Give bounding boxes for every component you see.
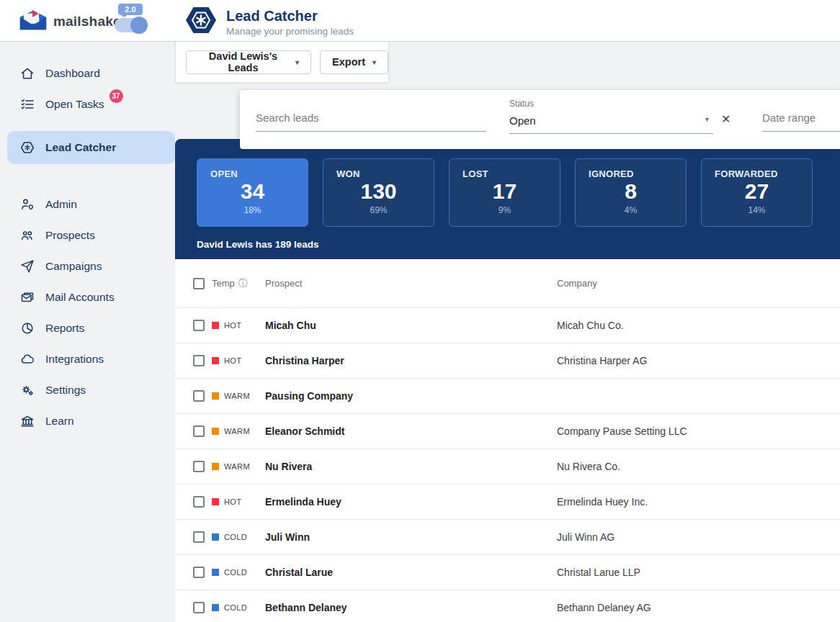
sidebar-active-group: Lead Catcher xyxy=(7,131,175,164)
lead-catcher-icon xyxy=(184,5,218,38)
company-name: Juli Winn AG xyxy=(557,531,840,543)
open-tasks-count-badge: 37 xyxy=(110,89,123,103)
column-header-company: Company xyxy=(557,278,840,289)
stat-cards-row: OPEN 34 18% WON 130 69% LOST 17 9% xyxy=(175,139,840,227)
clear-status-icon[interactable]: ✕ xyxy=(721,112,730,126)
column-header-prospect: Prospect xyxy=(265,278,557,289)
stat-card-label: FORWARDED xyxy=(702,168,812,179)
sidebar-bottom-group: Admin Prospects Campaigns Mail Accounts … xyxy=(0,189,175,436)
stat-card-percent: 9% xyxy=(450,205,560,215)
row-checkbox[interactable] xyxy=(193,602,205,613)
temp-cell: WARM xyxy=(212,392,265,400)
sidebar-item-label: Campaigns xyxy=(45,260,102,273)
row-checkbox[interactable] xyxy=(193,461,205,472)
settings-icon xyxy=(20,383,35,397)
temp-label: COLD xyxy=(224,533,247,541)
chevron-down-icon: ▾ xyxy=(295,58,299,66)
leads-summary-text: David Lewis has 189 leads xyxy=(197,239,840,250)
company-name: Ermelinda Huey Inc. xyxy=(557,496,840,508)
export-button[interactable]: Export ▾ xyxy=(320,50,388,74)
stat-card-percent: 14% xyxy=(702,205,812,215)
prospect-name: Juli Winn xyxy=(265,531,557,543)
row-checkbox[interactable] xyxy=(193,320,205,331)
prospect-name: Bethann Delaney xyxy=(265,602,557,613)
company-name: Nu Rivera Co. xyxy=(557,461,840,472)
select-all-checkbox[interactable] xyxy=(193,278,205,289)
sidebar-item-lead-catcher[interactable]: Lead Catcher xyxy=(7,131,175,164)
table-row[interactable]: HOT Christina Harper Christina Harper AG xyxy=(175,343,840,379)
prospect-name: Eleanor Schmidt xyxy=(265,425,557,437)
row-checkbox[interactable] xyxy=(193,531,205,543)
temp-label: WARM xyxy=(224,427,250,436)
row-checkbox[interactable] xyxy=(193,355,205,366)
table-row[interactable]: WARM Nu Rivera Nu Rivera Co. xyxy=(175,449,840,484)
row-checkbox[interactable] xyxy=(193,390,205,402)
status-label: Status xyxy=(509,99,713,109)
row-checkbox[interactable] xyxy=(193,567,205,578)
stat-card-value: 34 xyxy=(197,180,308,203)
sidebar-item[interactable]: Mail Accounts xyxy=(0,281,175,312)
table-row[interactable]: COLD Juli Winn Juli Winn AG xyxy=(175,520,840,555)
stat-card-label: IGNORED xyxy=(576,168,686,179)
stat-card[interactable]: OPEN 34 18% xyxy=(197,158,308,227)
sidebar-item[interactable]: Dashboard xyxy=(0,58,175,89)
date-range-input[interactable] xyxy=(762,112,840,132)
leads-table: Temp ⓘ Prospect Company HOT Micah Chu Mi… xyxy=(175,259,840,622)
row-checkbox[interactable] xyxy=(193,425,205,437)
company-name: Micah Chu Co. xyxy=(557,320,840,331)
sidebar-item-label: Lead Catcher xyxy=(45,141,116,154)
leads-toolbar: David Lewis's Leads ▾ Export ▾ xyxy=(175,42,389,83)
leads-owner-dropdown[interactable]: David Lewis's Leads ▾ xyxy=(186,50,311,74)
temp-color-icon xyxy=(212,322,219,329)
lead-stats-band: OPEN 34 18% WON 130 69% LOST 17 9% xyxy=(175,139,840,259)
table-row[interactable]: HOT Ermelinda Huey Ermelinda Huey Inc. xyxy=(175,484,840,520)
temp-cell: COLD xyxy=(212,603,265,612)
table-row[interactable]: WARM Eleanor Schmidt Company Pause Setti… xyxy=(175,414,840,449)
sidebar-item[interactable]: Reports xyxy=(0,312,175,343)
sidebar-item[interactable]: Integrations xyxy=(0,343,175,374)
stat-card-percent: 69% xyxy=(323,205,434,215)
table-header-row: Temp ⓘ Prospect Company xyxy=(175,259,840,308)
sidebar-item[interactable]: Learn xyxy=(0,405,175,436)
sidebar-item[interactable]: Open Tasks 37 xyxy=(0,89,175,120)
toggle-knob xyxy=(130,17,148,34)
temp-color-icon xyxy=(212,604,219,611)
sidebar-item-label: Settings xyxy=(45,384,86,397)
status-select[interactable]: Status Open ▼ xyxy=(509,99,713,134)
info-icon[interactable]: ⓘ xyxy=(238,277,248,290)
temp-color-icon xyxy=(212,498,219,505)
sidebar-item-label: Dashboard xyxy=(45,67,100,80)
search-input[interactable] xyxy=(256,112,486,132)
column-header-temp: Temp ⓘ xyxy=(212,277,265,290)
sidebar-item-label: Admin xyxy=(45,198,77,211)
version-toggle[interactable] xyxy=(115,18,146,32)
table-row[interactable]: COLD Christal Larue Christal Larue LLP xyxy=(175,555,840,590)
sidebar-top-group: Dashboard Open Tasks 37 xyxy=(0,58,175,120)
sidebar-item[interactable]: Settings xyxy=(0,374,175,405)
sidebar-item-label: Learn xyxy=(45,415,74,428)
stat-card[interactable]: WON 130 69% xyxy=(323,158,434,227)
table-row[interactable]: HOT Micah Chu Micah Chu Co. xyxy=(175,308,840,343)
export-label: Export xyxy=(332,56,365,68)
top-bar: mailshake™ 2.0 Lead Catcher Manage your … xyxy=(0,0,840,42)
chevron-down-icon: ▾ xyxy=(372,58,376,66)
stat-card[interactable]: IGNORED 8 4% xyxy=(575,158,687,227)
row-checkbox[interactable] xyxy=(193,496,205,508)
temp-cell: COLD xyxy=(212,568,265,577)
sidebar-item-label: Reports xyxy=(45,322,84,335)
sidebar: Dashboard Open Tasks 37 Lead Catcher Adm… xyxy=(0,42,175,622)
temp-color-icon xyxy=(212,392,219,400)
table-row[interactable]: WARM Pausing Company xyxy=(175,379,840,414)
temp-color-icon xyxy=(212,533,219,541)
stat-card-label: LOST xyxy=(450,168,560,179)
sidebar-item-label: Open Tasks xyxy=(45,98,104,111)
table-row[interactable]: COLD Bethann Delaney Bethann Delaney AG xyxy=(175,590,840,622)
sidebar-item[interactable]: Campaigns xyxy=(0,251,175,281)
stat-card[interactable]: FORWARDED 27 14% xyxy=(701,158,813,227)
status-value: Open ▼ xyxy=(509,114,713,134)
sidebar-item[interactable]: Prospects xyxy=(0,220,175,251)
brand-logo: mailshake™ xyxy=(19,9,127,34)
stat-card-value: 17 xyxy=(450,180,560,203)
stat-card[interactable]: LOST 17 9% xyxy=(449,158,560,227)
sidebar-item[interactable]: Admin xyxy=(0,189,175,220)
